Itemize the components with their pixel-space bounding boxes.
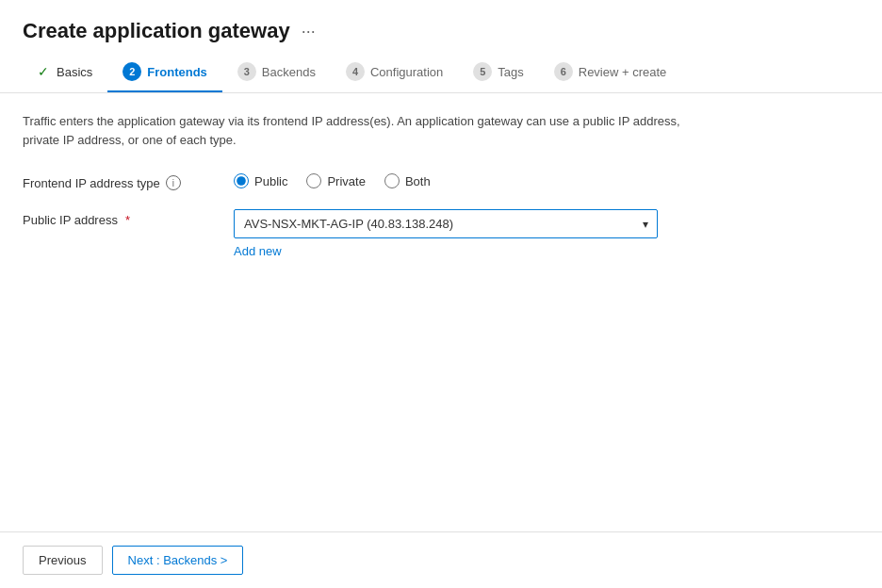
add-new-link[interactable]: Add new — [234, 244, 282, 258]
radio-both-input[interactable] — [384, 173, 400, 188]
frontend-ip-type-row: Frontend IP address type i Public Privat… — [23, 172, 859, 190]
radio-private[interactable]: Private — [306, 173, 365, 188]
frontend-ip-control: Public Private Both — [234, 172, 705, 188]
footer-bar: Previous Next : Backends > — [0, 531, 882, 588]
next-button[interactable]: Next : Backends > — [112, 546, 244, 575]
tab-review-number: 6 — [554, 62, 573, 81]
tab-basics-label: Basics — [57, 65, 92, 79]
tab-basics[interactable]: ✓ Basics — [23, 55, 107, 90]
public-ip-control: AVS-NSX-MKT-AG-IP (40.83.138.248) ▾ Add … — [234, 209, 705, 258]
frontend-ip-info-icon[interactable]: i — [166, 175, 181, 190]
public-ip-row: Public IP address * AVS-NSX-MKT-AG-IP (4… — [23, 209, 859, 258]
tab-tags[interactable]: 5 Tags — [458, 53, 538, 92]
content-area: Traffic enters the application gateway v… — [0, 93, 882, 531]
more-options-icon[interactable]: ··· — [302, 22, 316, 41]
tab-configuration-number: 4 — [346, 62, 365, 81]
radio-public-label: Public — [254, 174, 287, 188]
public-ip-dropdown-wrapper: AVS-NSX-MKT-AG-IP (40.83.138.248) ▾ — [234, 209, 658, 238]
radio-public[interactable]: Public — [234, 173, 287, 188]
tab-tags-number: 5 — [473, 62, 492, 81]
public-ip-select[interactable]: AVS-NSX-MKT-AG-IP (40.83.138.248) — [234, 209, 658, 238]
page-title: Create application gateway — [23, 19, 290, 43]
tab-backends[interactable]: 3 Backends — [222, 53, 331, 92]
previous-button[interactable]: Previous — [23, 546, 103, 575]
radio-private-label: Private — [327, 174, 365, 188]
public-ip-label-wrapper: Public IP address * — [23, 209, 211, 227]
tab-backends-label: Backends — [262, 65, 316, 79]
radio-both[interactable]: Both — [384, 173, 431, 188]
radio-private-input[interactable] — [306, 173, 321, 188]
tab-frontends-label: Frontends — [147, 65, 207, 79]
radio-both-label: Both — [405, 174, 431, 188]
radio-public-input[interactable] — [234, 173, 249, 188]
frontend-ip-radio-group: Public Private Both — [234, 172, 705, 188]
page-header: Create application gateway ··· — [0, 0, 882, 53]
tab-backends-number: 3 — [237, 62, 256, 81]
check-icon: ✓ — [38, 64, 49, 79]
tab-configuration-label: Configuration — [370, 65, 443, 79]
tab-tags-label: Tags — [498, 65, 523, 79]
tab-frontends-number: 2 — [122, 62, 141, 81]
tab-review[interactable]: 6 Review + create — [539, 53, 682, 92]
wizard-tabs: ✓ Basics 2 Frontends 3 Backends 4 Config… — [0, 53, 882, 93]
frontend-ip-label: Frontend IP address type i — [23, 172, 211, 190]
tab-review-label: Review + create — [579, 65, 667, 79]
description-text: Traffic enters the application gateway v… — [23, 112, 682, 149]
required-indicator: * — [125, 213, 130, 227]
tab-configuration[interactable]: 4 Configuration — [331, 53, 458, 92]
tab-frontends[interactable]: 2 Frontends — [107, 53, 222, 92]
